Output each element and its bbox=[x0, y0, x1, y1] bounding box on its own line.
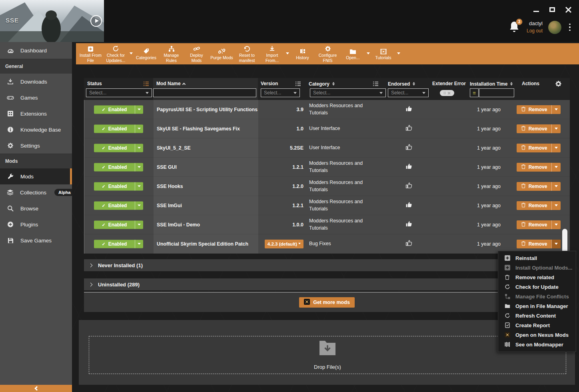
avatar[interactable] bbox=[548, 21, 561, 34]
get-more-mods-button[interactable]: Get more mods bbox=[299, 297, 355, 308]
menu-item-install-optional-mods[interactable]: Install Optional Mods... bbox=[498, 263, 576, 272]
chevron-down-icon[interactable] bbox=[397, 52, 400, 56]
time-filter-input[interactable] bbox=[479, 88, 514, 97]
endorse-button[interactable] bbox=[392, 138, 425, 157]
column-menu-icon[interactable] bbox=[295, 81, 301, 86]
mod-status-toggle[interactable]: ✓Enabled bbox=[94, 124, 143, 133]
import-from-button[interactable]: Import From... bbox=[260, 43, 285, 64]
remove-dropdown-caret[interactable] bbox=[551, 220, 561, 229]
column-menu-icon[interactable] bbox=[143, 81, 149, 86]
reset-to-manifest-button[interactable]: Reset to manifest bbox=[234, 43, 260, 64]
column-header-endorsed[interactable]: Endorsed bbox=[388, 81, 415, 87]
column-header-status[interactable]: Status bbox=[87, 81, 102, 86]
endorse-button[interactable] bbox=[392, 234, 425, 253]
sidebar-item-plugins[interactable]: Plugins bbox=[0, 216, 72, 232]
status-dropdown-caret[interactable] bbox=[135, 201, 143, 210]
remove-button[interactable]: Remove bbox=[517, 240, 561, 248]
column-header-version[interactable]: Version bbox=[261, 81, 278, 86]
game-banner[interactable]: SSE bbox=[0, 0, 104, 42]
remove-button[interactable]: Remove bbox=[517, 105, 561, 114]
tutorials-button[interactable]: Tutorials bbox=[371, 43, 396, 64]
remove-button[interactable]: Remove bbox=[517, 201, 561, 210]
menu-item-reinstall[interactable]: Reinstall bbox=[498, 253, 576, 263]
sidebar-item-browse[interactable]: Browse bbox=[0, 200, 72, 216]
status-dropdown-caret[interactable] bbox=[135, 240, 143, 248]
logout-link[interactable]: Log out bbox=[527, 28, 543, 34]
category-filter-select[interactable]: Select... bbox=[310, 88, 386, 97]
table-settings-gear-icon[interactable] bbox=[555, 80, 562, 89]
sidebar-item-extensions[interactable]: Extensions bbox=[0, 106, 72, 122]
deploy-mods-button[interactable]: Deploy Mods bbox=[184, 43, 209, 64]
table-row[interactable]: ✓Enabled SSE GUI 1.2.1 Modders Resources… bbox=[84, 158, 570, 177]
sidebar-item-dashboard[interactable]: Dashboard bbox=[0, 42, 72, 59]
mod-status-toggle[interactable]: ✓Enabled bbox=[94, 105, 143, 114]
status-filter-select[interactable]: Select... bbox=[86, 88, 152, 97]
table-row[interactable]: ✓Enabled SSE ImGui - Demo 1.0.0 Modders … bbox=[84, 215, 570, 234]
remove-button[interactable]: Remove bbox=[517, 220, 561, 229]
sidebar-collapse-button[interactable] bbox=[0, 385, 72, 392]
close-button[interactable] bbox=[565, 6, 572, 13]
version-dropdown-button[interactable]: 4.2.3 (default) bbox=[265, 240, 303, 248]
overflow-menu-button[interactable] bbox=[567, 21, 573, 33]
drop-files-zone[interactable]: Drop File(s) bbox=[89, 336, 566, 374]
status-dropdown-caret[interactable] bbox=[135, 163, 143, 171]
column-header-category[interactable]: Category bbox=[309, 81, 335, 87]
chevron-down-icon[interactable] bbox=[367, 52, 370, 56]
maximize-button[interactable] bbox=[549, 6, 556, 13]
notifications-button[interactable]: 3 bbox=[509, 21, 521, 34]
status-dropdown-caret[interactable] bbox=[135, 182, 143, 190]
sidebar-item-collections[interactable]: Collections Alpha bbox=[0, 184, 72, 200]
table-row[interactable]: ✓Enabled SSE Hooks 1.2.0 Modders Resourc… bbox=[84, 177, 570, 196]
menu-item-see-on-modmapper[interactable]: See on Modmapper bbox=[498, 340, 576, 349]
table-row[interactable]: ✓Enabled SSE ImGui 1.2.1 Modders Resourc… bbox=[84, 196, 570, 215]
sidebar-item-mods[interactable]: Mods bbox=[0, 168, 72, 184]
remove-button[interactable]: Remove bbox=[517, 163, 561, 172]
sidebar-item-games[interactable]: Games bbox=[0, 90, 72, 106]
minimize-button[interactable] bbox=[533, 6, 540, 13]
configure-fnis-button[interactable]: Configure FNIS bbox=[315, 43, 340, 64]
modname-filter-input[interactable] bbox=[153, 88, 256, 97]
endorse-button[interactable] bbox=[392, 158, 425, 176]
open-button[interactable]: Open... bbox=[340, 43, 365, 64]
remove-dropdown-caret[interactable] bbox=[551, 163, 561, 172]
play-game-button[interactable] bbox=[90, 15, 102, 27]
menu-item-check-for-update[interactable]: Check for Update bbox=[498, 282, 576, 292]
menu-item-refresh-content[interactable]: Refresh Content bbox=[498, 311, 576, 320]
group-uninstalled[interactable]: Uninstalled (289) bbox=[84, 278, 570, 290]
menu-item-create-report[interactable]: Create Report bbox=[498, 320, 576, 330]
menu-item-open-in-file-manager[interactable]: Open in File Manager bbox=[498, 301, 576, 311]
menu-item-manage-file-conflicts[interactable]: Manage File Conflicts bbox=[498, 292, 576, 301]
sidebar-item-settings[interactable]: Settings bbox=[0, 138, 72, 154]
chevron-down-icon[interactable] bbox=[286, 52, 289, 56]
manage-rules-button[interactable]: Manage Rules bbox=[159, 43, 184, 64]
group-never-installed[interactable]: Never Installed (1) bbox=[84, 259, 570, 271]
categories-button[interactable]: Categories bbox=[134, 43, 159, 64]
sidebar-item-save-games[interactable]: Save Games bbox=[0, 232, 72, 248]
sidebar-item-knowledge-base[interactable]: Knowledge Base bbox=[0, 122, 72, 138]
status-dropdown-caret[interactable] bbox=[135, 220, 143, 229]
endorsed-filter-select[interactable]: Select... bbox=[388, 88, 429, 97]
remove-dropdown-caret[interactable] bbox=[551, 201, 561, 210]
mod-status-toggle[interactable]: ✓Enabled bbox=[94, 220, 143, 229]
history-button[interactable]: History bbox=[290, 43, 315, 64]
mod-status-toggle[interactable]: ✓Enabled bbox=[94, 144, 143, 152]
endorse-button[interactable] bbox=[392, 177, 425, 196]
column-header-mod-name[interactable]: Mod Name bbox=[156, 81, 185, 86]
status-dropdown-caret[interactable] bbox=[135, 144, 143, 152]
chevron-down-icon[interactable] bbox=[130, 52, 133, 56]
remove-button[interactable]: Remove bbox=[517, 144, 561, 152]
remove-dropdown-caret[interactable] bbox=[551, 144, 561, 152]
remove-dropdown-caret[interactable] bbox=[551, 182, 561, 191]
column-header-installation-time[interactable]: Installation Time bbox=[470, 81, 513, 87]
table-row[interactable]: ✓Enabled Unofficial Skyrim Special Editi… bbox=[84, 234, 570, 254]
endorse-button[interactable] bbox=[392, 196, 425, 215]
mod-status-toggle[interactable]: ✓Enabled bbox=[94, 240, 143, 248]
remove-button[interactable]: Remove bbox=[517, 124, 561, 133]
table-row[interactable]: ✓Enabled SkyUI SE - Flashing Savegames F… bbox=[84, 119, 570, 138]
remove-dropdown-caret[interactable] bbox=[551, 240, 561, 248]
remove-button[interactable]: Remove bbox=[517, 182, 561, 191]
install-from-file-button[interactable]: Install From File bbox=[78, 43, 103, 64]
table-row[interactable]: ✓Enabled SkyUI_5_2_SE 5.2SE User Interfa… bbox=[84, 138, 570, 158]
menu-item-remove-related[interactable]: Remove related bbox=[498, 272, 576, 282]
column-menu-icon[interactable] bbox=[373, 81, 379, 86]
